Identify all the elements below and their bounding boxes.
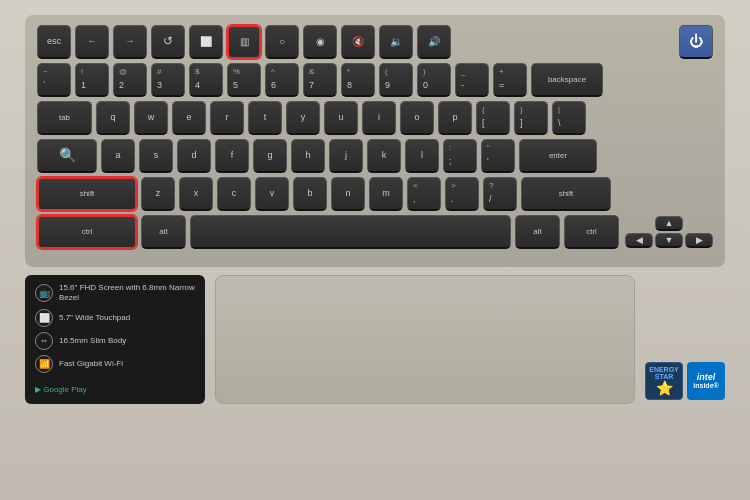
key-f[interactable]: f bbox=[215, 139, 249, 173]
badge-container: ENERGY STAR ⭐ intel inside® bbox=[645, 362, 725, 400]
key-vol-down[interactable]: 🔉 bbox=[379, 25, 413, 59]
key-backtick[interactable]: ~` bbox=[37, 63, 71, 97]
key-lbracket[interactable]: {[ bbox=[476, 101, 510, 135]
asdf-row: 🔍 a s d f g h j k l :; "' enter bbox=[37, 139, 713, 173]
key-backspace[interactable]: backspace bbox=[531, 63, 603, 97]
key-u[interactable]: u bbox=[324, 101, 358, 135]
google-play-badge: ▶ Google Play bbox=[35, 385, 87, 394]
wifi-icon: 📶 bbox=[35, 355, 53, 373]
key-r[interactable]: r bbox=[210, 101, 244, 135]
key-3[interactable]: #3 bbox=[151, 63, 185, 97]
qwerty-row: tab q w e r t y u i o p {[ }] |\ bbox=[37, 101, 713, 135]
key-rbracket[interactable]: }] bbox=[514, 101, 548, 135]
key-2[interactable]: @2 bbox=[113, 63, 147, 97]
key-b[interactable]: b bbox=[293, 177, 327, 211]
key-w[interactable]: w bbox=[134, 101, 168, 135]
key-equals[interactable]: += bbox=[493, 63, 527, 97]
key-search[interactable]: 🔍 bbox=[37, 139, 97, 173]
key-refresh[interactable]: ↺ bbox=[151, 25, 185, 59]
key-j[interactable]: j bbox=[329, 139, 363, 173]
key-shift-right[interactable]: shift bbox=[521, 177, 611, 211]
info-item-body: ⇔ 16.5mm Slim Body bbox=[35, 332, 195, 350]
key-y[interactable]: y bbox=[286, 101, 320, 135]
key-enter[interactable]: enter bbox=[519, 139, 597, 173]
key-d[interactable]: d bbox=[177, 139, 211, 173]
keyboard-area: esc ← → ↺ ⬜ ▥ ○ ◉ 🔇 🔉 🔊 ⏻ ~` !1 @2 #3 $4… bbox=[25, 15, 725, 267]
key-i[interactable]: i bbox=[362, 101, 396, 135]
key-g[interactable]: g bbox=[253, 139, 287, 173]
screen-icon: 📺 bbox=[35, 284, 53, 302]
key-tab[interactable]: tab bbox=[37, 101, 92, 135]
key-power[interactable]: ⏻ bbox=[679, 25, 713, 59]
key-z[interactable]: z bbox=[141, 177, 175, 211]
key-8[interactable]: *8 bbox=[341, 63, 375, 97]
key-a[interactable]: a bbox=[101, 139, 135, 173]
key-vol-up[interactable]: 🔊 bbox=[417, 25, 451, 59]
key-t[interactable]: t bbox=[248, 101, 282, 135]
key-6[interactable]: ^6 bbox=[265, 63, 299, 97]
key-comma[interactable]: <, bbox=[407, 177, 441, 211]
key-n[interactable]: n bbox=[331, 177, 365, 211]
key-9[interactable]: (9 bbox=[379, 63, 413, 97]
key-v[interactable]: v bbox=[255, 177, 289, 211]
key-arrow-right[interactable]: ▶ bbox=[685, 233, 713, 248]
key-q[interactable]: q bbox=[96, 101, 130, 135]
wifi-text: Fast Gigabit Wi-Fi bbox=[59, 359, 123, 369]
key-shift-left[interactable]: shift bbox=[37, 177, 137, 211]
bottom-row: ctrl alt alt ctrl ▲ ◀ ▼ ▶ bbox=[37, 215, 713, 249]
number-row: ~` !1 @2 #3 $4 %5 ^6 &7 *8 (9 )0 _- += b… bbox=[37, 63, 713, 97]
info-panel: 📺 15.6" FHD Screen with 6.8mm Narrow Bez… bbox=[25, 275, 205, 404]
bottom-section: 📺 15.6" FHD Screen with 6.8mm Narrow Bez… bbox=[25, 275, 725, 404]
key-mute[interactable]: 🔇 bbox=[341, 25, 375, 59]
key-arrow-up[interactable]: ▲ bbox=[655, 216, 683, 231]
key-period[interactable]: >. bbox=[445, 177, 479, 211]
key-c[interactable]: c bbox=[217, 177, 251, 211]
key-4[interactable]: $4 bbox=[189, 63, 223, 97]
key-p[interactable]: p bbox=[438, 101, 472, 135]
key-esc[interactable]: esc bbox=[37, 25, 71, 59]
key-space[interactable] bbox=[190, 215, 511, 249]
function-row: esc ← → ↺ ⬜ ▥ ○ ◉ 🔇 🔉 🔊 ⏻ bbox=[37, 25, 713, 59]
key-backslash[interactable]: |\ bbox=[552, 101, 586, 135]
key-h[interactable]: h bbox=[291, 139, 325, 173]
touchpad[interactable] bbox=[215, 275, 635, 404]
key-fullscreen[interactable]: ⬜ bbox=[189, 25, 223, 59]
laptop-frame: esc ← → ↺ ⬜ ▥ ○ ◉ 🔇 🔉 🔊 ⏻ ~` !1 @2 #3 $4… bbox=[0, 0, 750, 500]
body-icon: ⇔ bbox=[35, 332, 53, 350]
key-7[interactable]: &7 bbox=[303, 63, 337, 97]
intel-badge: intel inside® bbox=[687, 362, 725, 400]
key-5[interactable]: %5 bbox=[227, 63, 261, 97]
key-o[interactable]: o bbox=[400, 101, 434, 135]
key-arrow-left[interactable]: ◀ bbox=[625, 233, 653, 248]
key-alt-left[interactable]: alt bbox=[141, 215, 186, 249]
touchpad-text: 5.7" Wide Touchpad bbox=[59, 313, 130, 323]
key-semicolon[interactable]: :; bbox=[443, 139, 477, 173]
key-0[interactable]: )0 bbox=[417, 63, 451, 97]
key-k[interactable]: k bbox=[367, 139, 401, 173]
info-item-wifi: 📶 Fast Gigabit Wi-Fi bbox=[35, 355, 195, 373]
info-item-touchpad: ⬜ 5.7" Wide Touchpad bbox=[35, 309, 195, 327]
key-forward[interactable]: → bbox=[113, 25, 147, 59]
key-1[interactable]: !1 bbox=[75, 63, 109, 97]
key-ctrl-left[interactable]: ctrl bbox=[37, 215, 137, 249]
key-slash[interactable]: ?/ bbox=[483, 177, 517, 211]
key-ctrl-right[interactable]: ctrl bbox=[564, 215, 619, 249]
key-brightness-down[interactable]: ○ bbox=[265, 25, 299, 59]
key-back[interactable]: ← bbox=[75, 25, 109, 59]
key-window-switch[interactable]: ▥ bbox=[227, 25, 261, 59]
key-l[interactable]: l bbox=[405, 139, 439, 173]
key-alt-right[interactable]: alt bbox=[515, 215, 560, 249]
key-x[interactable]: x bbox=[179, 177, 213, 211]
body-text: 16.5mm Slim Body bbox=[59, 336, 126, 346]
key-minus[interactable]: _- bbox=[455, 63, 489, 97]
key-brightness-up[interactable]: ◉ bbox=[303, 25, 337, 59]
energy-star-badge: ENERGY STAR ⭐ bbox=[645, 362, 683, 400]
key-quote[interactable]: "' bbox=[481, 139, 515, 173]
key-e[interactable]: e bbox=[172, 101, 206, 135]
zxcv-row: shift z x c v b n m <, >. ?/ shift bbox=[37, 177, 713, 211]
key-arrow-down[interactable]: ▼ bbox=[655, 233, 683, 248]
info-item-screen: 📺 15.6" FHD Screen with 6.8mm Narrow Bez… bbox=[35, 283, 195, 304]
screen-text: 15.6" FHD Screen with 6.8mm Narrow Bezel bbox=[59, 283, 195, 304]
key-m[interactable]: m bbox=[369, 177, 403, 211]
key-s[interactable]: s bbox=[139, 139, 173, 173]
